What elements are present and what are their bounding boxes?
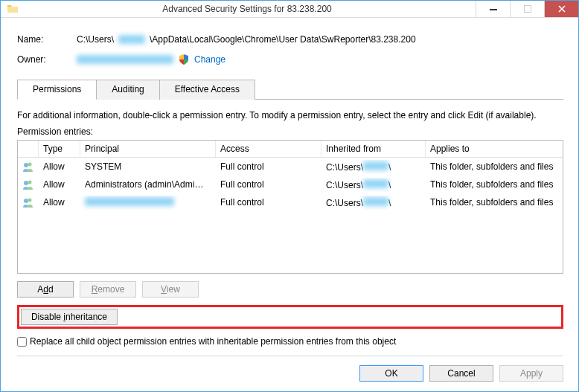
svg-point-3 [28, 163, 32, 167]
name-value: C:\Users\\AppData\Local\Google\Chrome\Us… [77, 34, 416, 45]
cell-inherited: C:\Users\\ [322, 178, 426, 192]
remove-button: Remove [80, 281, 136, 298]
cell-inherited: C:\Users\\ [322, 196, 426, 210]
folder-icon [7, 3, 19, 15]
owner-label: Owner: [17, 54, 77, 65]
users-icon [18, 177, 39, 192]
table-header: Type Principal Access Inherited from App… [18, 141, 563, 158]
svg-point-7 [28, 199, 32, 202]
view-button: View [142, 281, 199, 298]
cell-type: Allow [39, 160, 80, 173]
cell-principal [80, 196, 216, 210]
cell-type: Allow [39, 178, 80, 191]
name-label: Name: [17, 34, 77, 45]
col-icon[interactable] [18, 141, 39, 157]
svg-rect-1 [524, 5, 531, 13]
table-row[interactable]: AllowSYSTEMFull controlC:\Users\\This fo… [18, 158, 563, 176]
col-principal[interactable]: Principal [80, 141, 216, 157]
cell-applies: This folder, subfolders and files [426, 178, 563, 191]
cell-inherited: C:\Users\\ [322, 160, 426, 174]
cancel-button[interactable]: Cancel [429, 365, 493, 382]
info-text: For additional information, double-click… [17, 110, 563, 121]
permission-entries-table[interactable]: Type Principal Access Inherited from App… [17, 140, 563, 274]
cell-type: Allow [39, 196, 80, 209]
tabstrip: Permissions Auditing Effective Access [17, 79, 563, 100]
window-controls [476, 1, 578, 17]
cell-applies: This folder, subfolders and files [426, 160, 563, 173]
col-applies[interactable]: Applies to [426, 141, 563, 157]
svg-point-6 [24, 199, 28, 203]
entry-buttons: Add Remove View [17, 281, 563, 298]
minimize-button[interactable] [476, 1, 510, 17]
col-access[interactable]: Access [216, 141, 322, 157]
ok-button[interactable]: OK [359, 365, 423, 382]
cell-principal: Administrators (admin\Admi… [80, 178, 216, 191]
shield-icon [178, 54, 190, 65]
svg-point-2 [24, 163, 28, 167]
users-icon [18, 159, 39, 174]
replace-child-checkbox-row[interactable]: Replace all child object permission entr… [17, 336, 563, 347]
cell-access: Full control [216, 196, 322, 209]
change-owner-link[interactable]: Change [194, 54, 225, 65]
disable-inheritance-button[interactable]: Disable inheritance [21, 309, 118, 325]
col-inherited[interactable]: Inherited from [322, 141, 426, 157]
dialog-footer: OK Cancel Apply [17, 356, 563, 382]
apply-button: Apply [499, 365, 563, 382]
table-row[interactable]: AllowFull controlC:\Users\\This folder, … [18, 193, 563, 211]
users-icon [18, 195, 39, 210]
add-button[interactable]: Add [17, 281, 74, 298]
disable-inheritance-highlight: Disable inheritance [17, 305, 563, 329]
svg-point-5 [28, 181, 32, 184]
replace-child-checkbox[interactable] [17, 337, 27, 347]
cell-principal: SYSTEM [80, 160, 216, 173]
cell-applies: This folder, subfolders and files [426, 196, 563, 209]
name-row: Name: C:\Users\\AppData\Local\Google\Chr… [17, 34, 563, 45]
tab-permissions[interactable]: Permissions [17, 80, 97, 100]
owner-value [77, 55, 173, 64]
tab-effective-access[interactable]: Effective Access [160, 80, 255, 100]
entries-label: Permission entries: [17, 126, 563, 137]
col-type[interactable]: Type [39, 141, 80, 157]
window-title: Advanced Security Settings for 83.238.20… [19, 4, 476, 14]
close-button[interactable] [544, 1, 578, 17]
owner-row: Owner: Change [17, 54, 563, 65]
svg-rect-0 [490, 9, 497, 10]
cell-access: Full control [216, 160, 322, 173]
replace-child-label: Replace all child object permission entr… [30, 336, 396, 347]
maximize-button[interactable] [510, 1, 544, 17]
svg-point-4 [24, 181, 28, 185]
dialog-content: Name: C:\Users\\AppData\Local\Google\Chr… [1, 18, 578, 392]
table-row[interactable]: AllowAdministrators (admin\Admi…Full con… [18, 176, 563, 193]
tab-auditing[interactable]: Auditing [97, 80, 159, 100]
titlebar: Advanced Security Settings for 83.238.20… [1, 1, 578, 18]
cell-access: Full control [216, 178, 322, 191]
